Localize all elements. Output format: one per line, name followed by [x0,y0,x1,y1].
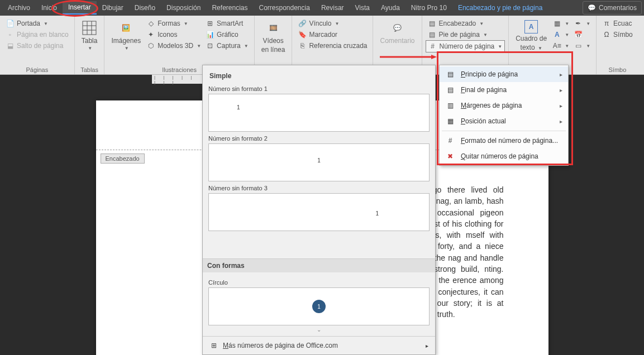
gallery-preview-circulo[interactable]: 1 [208,287,430,325]
submenu-principio[interactable]: ▤ Principio de página ▸ [440,66,568,82]
caret-icon: ▼ [125,46,129,51]
iconos-button[interactable]: ✦ Iconos [144,29,203,40]
office-icon: ⊞ [209,341,218,350]
encabezado-button[interactable]: ▤ Encabezado ▼ [426,18,505,29]
submenu-quitar[interactable]: ✖ Quitar números de página [440,148,568,164]
submenu-formato[interactable]: # Formato del número de página... [440,133,568,148]
tabla-button[interactable]: Tabla ▼ [78,18,101,53]
ruler-left: | | | | | | | | [152,75,202,84]
menu-insertar[interactable]: Insertar [63,1,97,15]
formas-label: Formas [158,20,180,27]
modelos3d-button[interactable]: ⬡ Modelos 3D ▼ [144,40,203,51]
dropcap-icon: A≡ [552,41,561,50]
encabezado-label: Encabezado [439,20,476,27]
ruler-ticks: | | | | | | | | [152,75,202,85]
videos-button[interactable]: 🎞️ Vídeos en línea [258,18,289,56]
formas-button[interactable]: ◇ Formas ▼ [144,18,203,29]
imagenes-button[interactable]: 🖼️ Imágenes ▼ [108,18,144,53]
submenu-margenes-label: Márgenes de página [461,102,522,109]
smartart-button[interactable]: ⊞ SmartArt [203,18,251,29]
caret-icon: ▼ [498,44,502,49]
caret-icon: ▼ [479,21,484,26]
gallery-preview-nf3[interactable]: 1 [208,193,430,231]
menu-nitro[interactable]: Nitro Pro 10 [406,2,452,14]
svg-marker-6 [431,55,437,59]
preview-number: 1 [237,104,240,111]
signature-button[interactable]: ✒▼ [571,18,593,29]
footer-icon: ▤ [428,30,437,39]
referencia-cruzada-button[interactable]: ⎘ Referencia cruzada [295,40,369,51]
modelos3d-label: Modelos 3D [158,42,193,50]
preview-number: 1 [317,157,321,164]
menu-vista[interactable]: Vista [350,2,375,14]
submenu-quitar-label: Quitar números de página [461,152,538,160]
menu-referencias[interactable]: Referencias [206,2,253,14]
iconos-label: Iconos [158,31,177,39]
menu-inicio[interactable]: Inicio [36,2,63,14]
pie-button[interactable]: ▤ Pie de página ▼ [426,29,505,40]
comment-icon: 💬 [390,20,406,36]
portada-button[interactable]: 📄 Portada ▼ [3,18,71,29]
page-number-icon: # [428,42,437,51]
chevron-right-icon: ▸ [560,103,562,109]
captura-label: Captura [217,42,241,50]
comentario-button[interactable]: 💬 Comentario [376,18,418,47]
cuadro-texto-button[interactable]: A Cuadro de texto ▼ [512,18,550,54]
caret-icon: ▼ [483,32,488,37]
datetime-button[interactable]: 📅 [571,29,593,40]
blank-page-icon: ▫ [6,30,15,39]
submenu-posicion[interactable]: ▦ Posición actual ▸ [440,113,568,129]
menu-correspondencia[interactable]: Correspondencia [253,2,315,14]
vinculo-button[interactable]: 🔗 Vínculo ▼ [295,18,369,29]
comentario-label: Comentario [380,37,414,45]
menu-dibujar[interactable]: Dibujar [97,2,129,14]
menu-diseno[interactable]: Diseño [129,2,161,14]
caret-icon: ▼ [586,44,590,49]
object-icon: ▭ [574,41,583,50]
numero-pagina-button[interactable]: # Número de página ▼ [426,40,505,52]
comments-label: Comentarios [599,4,637,12]
tabla-label: Tabla [82,37,98,45]
gallery-more-office[interactable]: ⊞ MMás números de página de Office.comás… [203,336,435,354]
gallery-section-simple: Simple [208,70,430,82]
dropcap-button[interactable]: A≡▼ [550,40,571,51]
icons-icon: ✦ [146,30,155,39]
caret-icon: ▼ [44,21,48,26]
caret-icon: ▼ [586,21,590,26]
simbolo-button[interactable]: Ω Símbo [600,29,635,40]
pagina-blanco-button[interactable]: ▫ Página en blanco [3,29,71,40]
salto-label: Salto de página [17,42,63,50]
grafico-button[interactable]: 📊 Gráfico [203,29,251,40]
captura-button[interactable]: ⊡ Captura ▼ [203,40,251,51]
menu-revisar[interactable]: Revisar [316,2,350,14]
menu-header-footer-context[interactable]: Encabezado y pie de página [452,2,548,14]
menu-disposicion[interactable]: Disposición [161,2,206,14]
text-box-icon: A [524,20,538,33]
menu-ayuda[interactable]: Ayuda [375,2,406,14]
preview-number: 1 [375,210,379,217]
link-icon: 🔗 [298,19,307,28]
caret-icon: ▼ [197,44,201,49]
menu-archivo[interactable]: Archivo [2,2,36,14]
object-button[interactable]: ▭▼ [571,40,593,51]
caret-icon: ▼ [244,44,249,49]
datetime-icon: 📅 [574,30,583,39]
caret-icon: ▼ [565,32,569,37]
salto-pagina-button[interactable]: ⬓ Salto de página [3,40,71,51]
quick-parts-button[interactable]: ▦▼ [550,18,571,29]
submenu-final-label: Final de página [461,86,507,94]
gallery-preview-nf1[interactable]: 1 [208,94,430,132]
submenu-final[interactable]: ▤ Final de página ▸ [440,82,568,98]
svg-rect-0 [83,21,96,35]
comments-button[interactable]: 💬 Comentarios [583,1,642,15]
gallery-preview-nf2[interactable]: 1 [208,143,430,181]
wordart-button[interactable]: A▼ [550,29,571,40]
ecuacion-button[interactable]: π Ecuac [600,18,635,29]
scroll-hint-icon: ⌄ [208,327,430,333]
submenu-margenes[interactable]: ▥ Márgenes de página ▸ [440,98,568,113]
marcador-button[interactable]: 🔖 Marcador [295,29,369,40]
gallery-label-circulo: Círculo [208,279,430,286]
pictures-icon: 🖼️ [118,20,134,36]
vinculo-label: Vínculo [309,20,331,27]
gallery-body[interactable]: Simple Número sin formato 1 1 Número sin… [203,65,435,258]
